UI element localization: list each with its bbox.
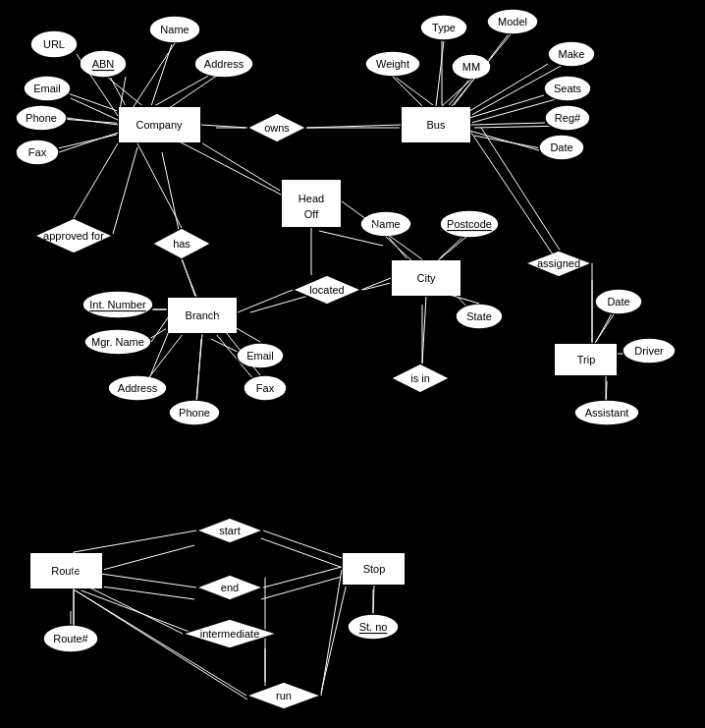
attr-date-bus-label: Date bbox=[550, 141, 572, 153]
svg-line-54 bbox=[71, 98, 118, 120]
svg-line-76 bbox=[147, 324, 172, 383]
svg-line-56 bbox=[59, 133, 118, 152]
svg-line-71 bbox=[74, 143, 118, 218]
svg-line-63 bbox=[442, 80, 471, 106]
svg-line-82 bbox=[450, 295, 479, 304]
rel-approved-for-label: approved for bbox=[43, 230, 104, 242]
svg-line-97 bbox=[373, 586, 374, 613]
svg-line-99 bbox=[321, 570, 342, 696]
svg-line-52 bbox=[133, 43, 175, 108]
attr-weight-bus-label: Weight bbox=[376, 58, 409, 70]
entity-city-label: City bbox=[417, 272, 436, 284]
svg-line-66 bbox=[471, 123, 545, 125]
attr-model-bus-label: Model bbox=[498, 16, 527, 28]
attr-postcode-city-label: Postcode bbox=[447, 218, 492, 230]
attr-name-company-label: Name bbox=[160, 24, 189, 35]
attr-seats-bus-label: Seats bbox=[554, 83, 582, 94]
rel-isin-label: is in bbox=[410, 372, 430, 384]
attr-assistant-trip-label: Assistant bbox=[585, 407, 629, 419]
rel-end-label: end bbox=[221, 582, 239, 593]
svg-line-55 bbox=[67, 118, 118, 125]
svg-line-58 bbox=[201, 125, 247, 128]
attr-fax-company-label: Fax bbox=[28, 146, 47, 158]
entity-trip-label: Trip bbox=[577, 354, 596, 365]
attr-phone-company-label: Phone bbox=[26, 112, 57, 124]
attr-reg-bus-label: Reg# bbox=[555, 112, 581, 124]
svg-line-88 bbox=[595, 314, 614, 343]
svg-line-96 bbox=[263, 567, 342, 588]
attr-email-company-label: Email bbox=[33, 83, 61, 94]
attr-state-city-label: State bbox=[466, 310, 492, 322]
attr-mm-bus-label: MM bbox=[462, 61, 480, 73]
entity-branch-label: Branch bbox=[186, 309, 220, 321]
attr-email-branch-label: Email bbox=[246, 350, 274, 362]
attr-driver-trip-label: Driver bbox=[634, 345, 664, 357]
svg-line-92 bbox=[74, 531, 196, 552]
svg-line-57 bbox=[120, 77, 126, 110]
entity-company-label: Company bbox=[136, 119, 183, 131]
attr-stopno-label: St. no bbox=[359, 621, 388, 633]
svg-line-84 bbox=[238, 290, 293, 312]
attr-int-number-label: Int. Number bbox=[89, 299, 146, 310]
attr-type-bus-label: Type bbox=[432, 22, 456, 33]
svg-line-67 bbox=[469, 131, 539, 150]
attr-address-company-label: Address bbox=[204, 58, 244, 70]
entity-stop-label: Stop bbox=[363, 563, 386, 575]
svg-line-83 bbox=[361, 278, 391, 290]
svg-line-73 bbox=[182, 259, 196, 297]
rel-owns-label: owns bbox=[264, 122, 290, 134]
entity-headoff-label2: Off bbox=[304, 208, 319, 220]
attr-name-city-label: Name bbox=[371, 218, 400, 230]
attr-fax-branch-label: Fax bbox=[256, 382, 275, 394]
rel-has-label: has bbox=[173, 238, 190, 250]
svg-line-59 bbox=[306, 125, 401, 128]
svg-line-69 bbox=[342, 201, 422, 259]
attr-make-bus-label: Make bbox=[559, 48, 585, 60]
entity-route-label: Route bbox=[51, 565, 80, 577]
svg-line-78 bbox=[196, 334, 202, 400]
svg-line-85 bbox=[422, 297, 426, 364]
entity-headoff-label: Head bbox=[298, 193, 324, 204]
svg-line-68 bbox=[162, 133, 281, 195]
svg-line-81 bbox=[437, 237, 466, 261]
svg-line-60 bbox=[436, 41, 444, 106]
svg-line-65 bbox=[469, 95, 544, 118]
svg-line-72 bbox=[137, 143, 182, 228]
svg-line-62 bbox=[393, 77, 422, 106]
entity-bus-label: Bus bbox=[427, 119, 446, 131]
svg-line-95 bbox=[263, 531, 342, 558]
rel-start-label: start bbox=[219, 525, 240, 536]
attr-date-trip-label: Date bbox=[607, 296, 629, 308]
attr-phone-branch-label: Phone bbox=[179, 407, 210, 419]
rel-located-label: located bbox=[309, 284, 344, 296]
attr-routeno-label: Route# bbox=[53, 633, 88, 644]
svg-line-94 bbox=[74, 580, 183, 634]
attr-abn-label: ABN bbox=[92, 58, 115, 70]
rel-intermediate-label: intermediate bbox=[200, 628, 260, 640]
attr-address-branch-label: Address bbox=[118, 382, 158, 394]
attr-mgr-name-label: Mgr. Name bbox=[91, 336, 144, 348]
rel-run-label: run bbox=[276, 690, 292, 701]
attr-url-label: URL bbox=[43, 38, 65, 50]
